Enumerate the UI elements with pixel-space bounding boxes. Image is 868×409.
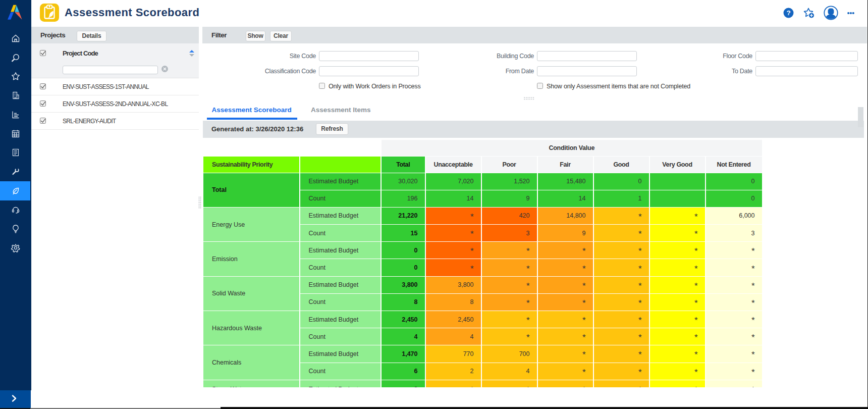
svg-text:?: ? <box>786 9 790 17</box>
